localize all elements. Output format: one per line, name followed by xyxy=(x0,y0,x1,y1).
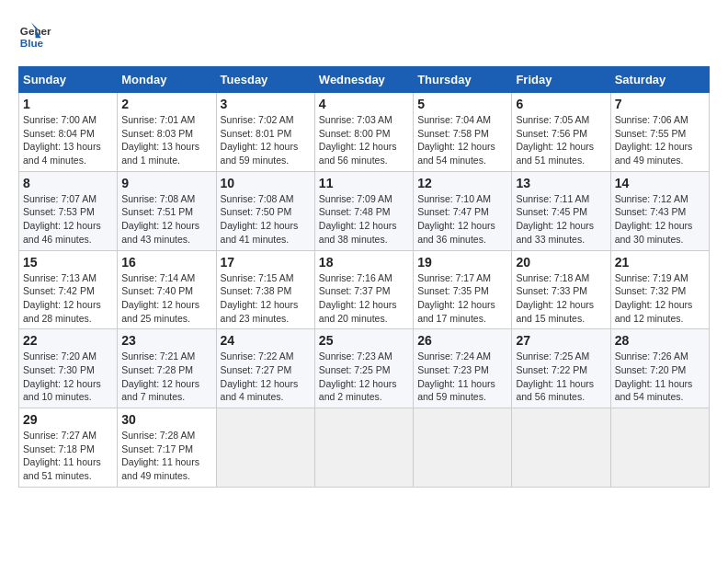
calendar-cell: 12 Sunrise: 7:10 AMSunset: 7:47 PMDaylig… xyxy=(414,171,512,250)
day-number: 26 xyxy=(417,333,507,348)
calendar-cell: 30 Sunrise: 7:28 AMSunset: 7:17 PMDaylig… xyxy=(118,408,216,488)
day-number: 14 xyxy=(615,176,705,190)
day-header-tuesday: Tuesday xyxy=(216,67,314,93)
calendar-cell: 19 Sunrise: 7:17 AMSunset: 7:35 PMDaylig… xyxy=(414,250,512,329)
day-number: 25 xyxy=(319,333,409,348)
day-number: 17 xyxy=(221,255,311,270)
day-number: 2 xyxy=(121,97,211,111)
day-info: Sunrise: 7:07 AMSunset: 7:53 PMDaylight:… xyxy=(23,193,101,245)
day-info: Sunrise: 7:02 AMSunset: 8:01 PMDaylight:… xyxy=(221,114,299,166)
calendar-header-row: SundayMondayTuesdayWednesdayThursdayFrid… xyxy=(19,67,710,93)
day-info: Sunrise: 7:08 AMSunset: 7:51 PMDaylight:… xyxy=(121,193,199,245)
calendar-cell: 28 Sunrise: 7:26 AMSunset: 7:20 PMDaylig… xyxy=(610,329,709,408)
day-number: 16 xyxy=(121,255,211,270)
day-number: 4 xyxy=(319,97,409,111)
calendar-cell: 13 Sunrise: 7:11 AMSunset: 7:45 PMDaylig… xyxy=(512,171,610,250)
calendar-cell: 15 Sunrise: 7:13 AMSunset: 7:42 PMDaylig… xyxy=(19,250,118,329)
calendar-cell: 7 Sunrise: 7:06 AMSunset: 7:55 PMDayligh… xyxy=(610,93,709,172)
day-number: 30 xyxy=(121,412,211,427)
day-number: 8 xyxy=(23,176,113,190)
day-info: Sunrise: 7:25 AMSunset: 7:22 PMDaylight:… xyxy=(516,350,594,402)
day-header-monday: Monday xyxy=(118,67,216,93)
day-number: 23 xyxy=(121,333,211,348)
calendar-cell: 16 Sunrise: 7:14 AMSunset: 7:40 PMDaylig… xyxy=(118,250,216,329)
svg-text:Blue: Blue xyxy=(20,37,44,49)
day-number: 11 xyxy=(319,176,409,190)
calendar-cell: 11 Sunrise: 7:09 AMSunset: 7:48 PMDaylig… xyxy=(314,171,413,250)
calendar-cell: 2 Sunrise: 7:01 AMSunset: 8:03 PMDayligh… xyxy=(118,93,216,172)
day-number: 9 xyxy=(121,176,211,190)
week-row-1: 1 Sunrise: 7:00 AMSunset: 8:04 PMDayligh… xyxy=(19,93,710,172)
day-number: 5 xyxy=(417,97,507,111)
day-info: Sunrise: 7:03 AMSunset: 8:00 PMDaylight:… xyxy=(319,114,397,166)
calendar-cell xyxy=(216,408,314,488)
calendar-cell: 14 Sunrise: 7:12 AMSunset: 7:43 PMDaylig… xyxy=(610,171,709,250)
calendar-cell: 25 Sunrise: 7:23 AMSunset: 7:25 PMDaylig… xyxy=(314,329,413,408)
day-number: 1 xyxy=(23,97,113,111)
day-header-sunday: Sunday xyxy=(19,67,118,93)
day-info: Sunrise: 7:15 AMSunset: 7:38 PMDaylight:… xyxy=(221,272,299,324)
day-info: Sunrise: 7:05 AMSunset: 7:56 PMDaylight:… xyxy=(516,114,594,166)
calendar-cell: 17 Sunrise: 7:15 AMSunset: 7:38 PMDaylig… xyxy=(216,250,314,329)
week-row-3: 15 Sunrise: 7:13 AMSunset: 7:42 PMDaylig… xyxy=(19,250,710,329)
day-info: Sunrise: 7:17 AMSunset: 7:35 PMDaylight:… xyxy=(417,272,495,324)
day-number: 12 xyxy=(417,176,507,190)
day-number: 15 xyxy=(23,255,113,270)
day-info: Sunrise: 7:06 AMSunset: 7:55 PMDaylight:… xyxy=(615,114,693,166)
day-number: 18 xyxy=(319,255,409,270)
calendar-cell xyxy=(610,408,709,488)
day-info: Sunrise: 7:11 AMSunset: 7:45 PMDaylight:… xyxy=(516,193,594,245)
day-number: 20 xyxy=(516,255,606,270)
day-info: Sunrise: 7:12 AMSunset: 7:43 PMDaylight:… xyxy=(615,193,693,245)
day-info: Sunrise: 7:00 AMSunset: 8:04 PMDaylight:… xyxy=(23,114,101,166)
calendar-cell: 4 Sunrise: 7:03 AMSunset: 8:00 PMDayligh… xyxy=(314,93,413,172)
calendar-cell: 21 Sunrise: 7:19 AMSunset: 7:32 PMDaylig… xyxy=(610,250,709,329)
day-info: Sunrise: 7:19 AMSunset: 7:32 PMDaylight:… xyxy=(615,272,693,324)
calendar-cell: 9 Sunrise: 7:08 AMSunset: 7:51 PMDayligh… xyxy=(118,171,216,250)
week-row-4: 22 Sunrise: 7:20 AMSunset: 7:30 PMDaylig… xyxy=(19,329,710,408)
calendar-cell: 5 Sunrise: 7:04 AMSunset: 7:58 PMDayligh… xyxy=(414,93,512,172)
calendar-cell xyxy=(314,408,413,488)
calendar-cell: 22 Sunrise: 7:20 AMSunset: 7:30 PMDaylig… xyxy=(19,329,118,408)
calendar-cell: 24 Sunrise: 7:22 AMSunset: 7:27 PMDaylig… xyxy=(216,329,314,408)
calendar-cell: 20 Sunrise: 7:18 AMSunset: 7:33 PMDaylig… xyxy=(512,250,610,329)
day-number: 6 xyxy=(516,97,606,111)
calendar-cell: 23 Sunrise: 7:21 AMSunset: 7:28 PMDaylig… xyxy=(118,329,216,408)
day-number: 10 xyxy=(221,176,311,190)
day-number: 28 xyxy=(615,333,705,348)
calendar-cell: 6 Sunrise: 7:05 AMSunset: 7:56 PMDayligh… xyxy=(512,93,610,172)
day-number: 22 xyxy=(23,333,113,348)
day-info: Sunrise: 7:18 AMSunset: 7:33 PMDaylight:… xyxy=(516,272,594,324)
day-info: Sunrise: 7:13 AMSunset: 7:42 PMDaylight:… xyxy=(23,272,101,324)
calendar-cell: 10 Sunrise: 7:08 AMSunset: 7:50 PMDaylig… xyxy=(216,171,314,250)
day-info: Sunrise: 7:09 AMSunset: 7:48 PMDaylight:… xyxy=(319,193,397,245)
calendar-cell: 26 Sunrise: 7:24 AMSunset: 7:23 PMDaylig… xyxy=(414,329,512,408)
day-header-saturday: Saturday xyxy=(610,67,709,93)
day-number: 24 xyxy=(221,333,311,348)
week-row-5: 29 Sunrise: 7:27 AMSunset: 7:18 PMDaylig… xyxy=(19,408,710,488)
day-info: Sunrise: 7:08 AMSunset: 7:50 PMDaylight:… xyxy=(221,193,299,245)
day-number: 13 xyxy=(516,176,606,190)
day-number: 27 xyxy=(516,333,606,348)
day-info: Sunrise: 7:21 AMSunset: 7:28 PMDaylight:… xyxy=(121,350,199,402)
day-info: Sunrise: 7:16 AMSunset: 7:37 PMDaylight:… xyxy=(319,272,397,324)
logo: General Blue xyxy=(18,18,55,52)
calendar-cell xyxy=(512,408,610,488)
calendar-cell xyxy=(414,408,512,488)
day-info: Sunrise: 7:01 AMSunset: 8:03 PMDaylight:… xyxy=(121,114,199,166)
day-info: Sunrise: 7:23 AMSunset: 7:25 PMDaylight:… xyxy=(319,350,397,402)
day-info: Sunrise: 7:14 AMSunset: 7:40 PMDaylight:… xyxy=(121,272,199,324)
day-number: 19 xyxy=(417,255,507,270)
day-number: 21 xyxy=(615,255,705,270)
day-info: Sunrise: 7:28 AMSunset: 7:17 PMDaylight:… xyxy=(121,430,199,481)
day-header-friday: Friday xyxy=(512,67,610,93)
day-info: Sunrise: 7:26 AMSunset: 7:20 PMDaylight:… xyxy=(615,350,693,402)
day-header-thursday: Thursday xyxy=(414,67,512,93)
day-info: Sunrise: 7:22 AMSunset: 7:27 PMDaylight:… xyxy=(221,350,299,402)
calendar-cell: 1 Sunrise: 7:00 AMSunset: 8:04 PMDayligh… xyxy=(19,93,118,172)
page-header: General Blue xyxy=(18,18,710,52)
calendar-cell: 27 Sunrise: 7:25 AMSunset: 7:22 PMDaylig… xyxy=(512,329,610,408)
calendar-cell: 8 Sunrise: 7:07 AMSunset: 7:53 PMDayligh… xyxy=(19,171,118,250)
day-header-wednesday: Wednesday xyxy=(314,67,413,93)
day-info: Sunrise: 7:27 AMSunset: 7:18 PMDaylight:… xyxy=(23,430,101,481)
